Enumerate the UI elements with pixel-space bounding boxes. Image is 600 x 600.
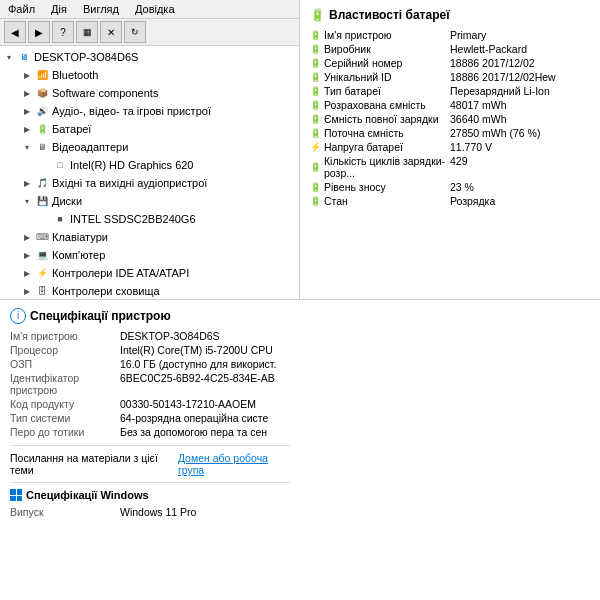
- link-label: Посилання на матеріали з цієї теми: [10, 452, 174, 476]
- spec-val: 6BEC0C25-6B92-4C25-834E-AB: [120, 372, 290, 396]
- leaf-icon: 🔋: [310, 114, 321, 124]
- device-tree[interactable]: ▾ 🖥 DESKTOP-3O84D6S ▶ 📶 Bluetooth ▶ 📦 So…: [0, 46, 299, 299]
- list-item[interactable]: ▶ 📶 Bluetooth: [2, 66, 297, 84]
- prop-val: 48017 mWh: [450, 99, 590, 111]
- leaf-icon: 🔋: [310, 196, 321, 206]
- table-row: ⚡Напруга батареї 11.770 V: [310, 140, 590, 154]
- computer-icon: 🖥: [16, 49, 32, 65]
- leaf-icon: 🔋: [310, 182, 321, 192]
- help-button[interactable]: ?: [52, 21, 74, 43]
- expand-root[interactable]: ▾: [4, 52, 14, 62]
- ssd-icon: ■: [52, 211, 68, 227]
- pc-icon: 💻: [34, 247, 50, 263]
- forward-button[interactable]: ▶: [28, 21, 50, 43]
- drive-icon: 💾: [34, 193, 50, 209]
- item-label: Контролери сховища: [52, 285, 160, 297]
- ide-icon: ⚡: [34, 265, 50, 281]
- item-label: Вхідні та вихідні аудіопристрої: [52, 177, 207, 189]
- menu-view[interactable]: Вигляд: [81, 2, 121, 16]
- spec-key: Випуск: [10, 506, 120, 518]
- tree-root[interactable]: ▾ 🖥 DESKTOP-3O84D6S: [2, 48, 297, 66]
- expand-btn[interactable]: ▶: [22, 124, 32, 134]
- battery-properties-panel: 🔋 Властивості батареї 🔋Ім'я пристрою Pri…: [300, 0, 600, 300]
- expand-btn[interactable]: ▶: [22, 268, 32, 278]
- spec-val: 16.0 ГБ (доступно для використ.: [120, 358, 290, 370]
- prop-key: 🔋Рівень зносу: [310, 181, 450, 193]
- battery-section-title: 🔋 Властивості батареї: [310, 8, 590, 22]
- expand-btn[interactable]: ▶: [22, 70, 32, 80]
- spec-val: Windows 11 Pro: [120, 506, 290, 518]
- table-row: Перо до тотики Без за допомогою пера та …: [10, 425, 290, 439]
- spec-val: DESKTOP-3O84D6S: [120, 330, 290, 342]
- uninstall-button[interactable]: ✕: [100, 21, 122, 43]
- audio-icon: 🔊: [34, 103, 50, 119]
- properties-button[interactable]: ▦: [76, 21, 98, 43]
- spec-val: Без за допомогою пера та сен: [120, 426, 290, 438]
- gpu-icon: □: [52, 157, 68, 173]
- prop-key: 🔋Поточна ємність: [310, 127, 450, 139]
- expand-btn[interactable]: ▶: [22, 232, 32, 242]
- device-manager-panel: Файл Дія Вигляд Довідка ◀ ▶ ? ▦ ✕ ↻ ▾ 🖥 …: [0, 0, 300, 300]
- menu-help[interactable]: Довідка: [133, 2, 177, 16]
- menu-action[interactable]: Дія: [49, 2, 69, 16]
- toolbar: ◀ ▶ ? ▦ ✕ ↻: [0, 19, 299, 46]
- expand-btn[interactable]: ▶: [22, 106, 32, 116]
- leaf-icon: 🔋: [310, 30, 321, 40]
- battery-props-table: 🔋Ім'я пристрою Primary 🔋Виробник Hewlett…: [310, 28, 590, 208]
- video-icon: 🖥: [34, 139, 50, 155]
- spec-key: ОЗП: [10, 358, 120, 370]
- prop-key: ⚡Напруга батареї: [310, 141, 450, 153]
- item-label: Контролери IDE ATA/ATAPI: [52, 267, 189, 279]
- prop-key: 🔋Ім'я пристрою: [310, 29, 450, 41]
- prop-val: 36640 mWh: [450, 113, 590, 125]
- list-item[interactable]: ▶ 🔋 Батареї: [2, 120, 297, 138]
- specs-section-title: Специфікації пристрою: [30, 309, 171, 323]
- audio-io-icon: 🎵: [34, 175, 50, 191]
- list-item[interactable]: ▶ 🎵 Вхідні та вихідні аудіопристрої: [2, 174, 297, 192]
- list-item[interactable]: ▾ 💾 Диски: [2, 192, 297, 210]
- item-label: Intel(R) HD Graphics 620: [70, 159, 194, 171]
- item-label: Комп'ютер: [52, 249, 105, 261]
- table-row: 🔋Виробник Hewlett-Packard: [310, 42, 590, 56]
- menu-file[interactable]: Файл: [6, 2, 37, 16]
- prop-key: 🔋Тип батареї: [310, 85, 450, 97]
- scan-button[interactable]: ↻: [124, 21, 146, 43]
- bluetooth-icon: 📶: [34, 67, 50, 83]
- menu-bar: Файл Дія Вигляд Довідка: [0, 0, 299, 19]
- expand-btn[interactable]: ▶: [22, 286, 32, 296]
- list-item[interactable]: ▶ 📦 Software components: [2, 84, 297, 102]
- list-item[interactable]: ▶ 💻 Комп'ютер: [2, 246, 297, 264]
- prop-val: Розрядка: [450, 195, 590, 207]
- prop-val: Primary: [450, 29, 590, 41]
- domain-link[interactable]: Домен або робоча група: [178, 452, 290, 476]
- prop-val: 11.770 V: [450, 141, 590, 153]
- table-row: Ідентифікатор пристрою 6BEC0C25-6B92-4C2…: [10, 371, 290, 397]
- leaf-icon: 🔋: [310, 100, 321, 110]
- expand-btn[interactable]: ▾: [22, 142, 32, 152]
- leaf-icon: 🔋: [310, 44, 321, 54]
- table-row: ОЗП 16.0 ГБ (доступно для використ.: [10, 357, 290, 371]
- expand-btn[interactable]: ▾: [22, 196, 32, 206]
- list-item[interactable]: ▶ □ Intel(R) HD Graphics 620: [2, 156, 297, 174]
- leaf-icon: 🔋: [310, 58, 321, 68]
- expand-btn[interactable]: ▶: [22, 88, 32, 98]
- expand-btn[interactable]: ▶: [22, 250, 32, 260]
- list-item[interactable]: ▶ 🗄 Контролери сховища: [2, 282, 297, 299]
- software-icon: 📦: [34, 85, 50, 101]
- leaf-icon: 🔋: [310, 86, 321, 96]
- spec-key: Перо до тотики: [10, 426, 120, 438]
- list-item[interactable]: ▾ 🖥 Відеоадаптери: [2, 138, 297, 156]
- list-item[interactable]: ▶ 🔊 Аудіо-, відео- та ігрові пристрої: [2, 102, 297, 120]
- back-button[interactable]: ◀: [4, 21, 26, 43]
- item-label: Клавіатури: [52, 231, 108, 243]
- prop-key: 🔋Виробник: [310, 43, 450, 55]
- prop-key: 🔋Стан: [310, 195, 450, 207]
- expand-btn[interactable]: ▶: [22, 178, 32, 188]
- spec-val: 64-розрядна операційна систе: [120, 412, 290, 424]
- list-item[interactable]: ▶ ⚡ Контролери IDE ATA/ATAPI: [2, 264, 297, 282]
- list-item[interactable]: ▶ ⌨ Клавіатури: [2, 228, 297, 246]
- list-item[interactable]: ▶ ■ INTEL SSDSC2BB240G6: [2, 210, 297, 228]
- spec-key: Ім'я пристрою: [10, 330, 120, 342]
- table-row: 🔋Кількість циклів зарядки-розр... 429: [310, 154, 590, 180]
- table-row: Випуск Windows 11 Pro: [10, 505, 290, 519]
